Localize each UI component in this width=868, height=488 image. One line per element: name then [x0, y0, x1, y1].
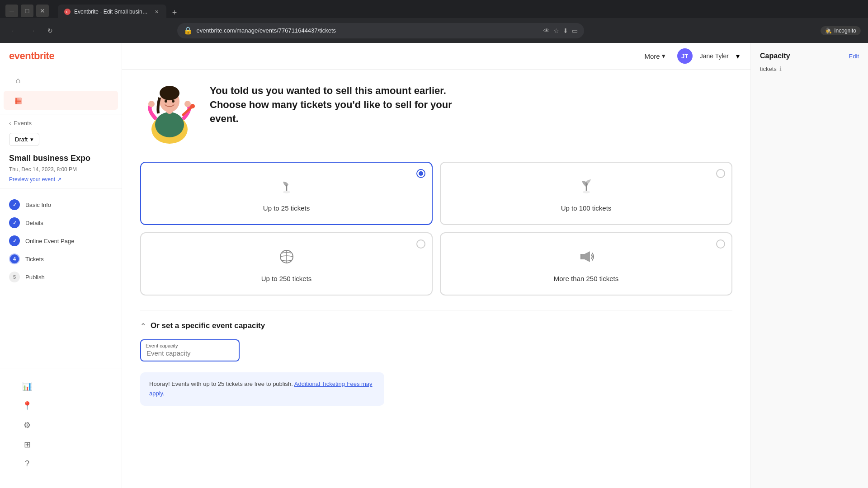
close-button[interactable]: ✕: [36, 5, 49, 17]
svg-point-11: [583, 191, 590, 193]
ticket-options-grid: Up to 25 tickets: [140, 162, 732, 296]
panel-title: Capacity: [760, 52, 790, 60]
sidebar-bottom: 📊 📍 ⚙ ⊞ ?: [0, 369, 122, 481]
reload-button[interactable]: ↻: [43, 24, 57, 38]
active-tab[interactable]: e Eventbrite - Edit Small busines... ✕: [58, 5, 166, 19]
sidebar-item-analytics[interactable]: 📊: [13, 377, 109, 396]
back-link[interactable]: ‹ Events: [9, 120, 113, 127]
svg-point-10: [283, 191, 290, 193]
browser-right-controls: 🕵 Incognito: [821, 26, 861, 35]
user-chevron-icon[interactable]: ▾: [736, 52, 740, 61]
app-layout: eventbrite ⌂ ▦ ‹ Events Draft ▾ Small bu…: [0, 43, 868, 488]
info-icon[interactable]: ℹ: [779, 66, 782, 72]
ticket-option-250plus[interactable]: More than 250 tickets: [440, 232, 732, 296]
window-controls[interactable]: ─ □ ✕: [5, 5, 49, 17]
sidebar-item-manage[interactable]: ▦: [4, 91, 118, 110]
radio-250[interactable]: [416, 239, 425, 249]
sidebar: eventbrite ⌂ ▦ ‹ Events Draft ▾ Small bu…: [0, 43, 122, 488]
browser-chrome: ─ □ ✕ e Eventbrite - Edit Small busines.…: [0, 0, 868, 43]
modal-text: You told us you wanted to sell this amou…: [210, 84, 454, 126]
ticket-label-250plus: More than 250 tickets: [554, 275, 618, 282]
svg-point-1: [155, 112, 184, 137]
content-wrapper: More ▾ JT Jane Tyler ▾: [122, 43, 750, 488]
back-button[interactable]: ←: [7, 24, 21, 38]
chevron-down-icon: ▾: [30, 136, 33, 143]
url-text: eventbrite.com/manage/events/77671164443…: [196, 27, 336, 34]
sidebar-item-help[interactable]: ?: [13, 455, 109, 473]
capacity-section-title: Or set a specific event capacity: [151, 321, 265, 330]
home-icon: ⌂: [13, 76, 24, 85]
sidebar-item-settings[interactable]: ⚙: [13, 416, 109, 435]
svg-point-2: [148, 101, 155, 107]
ticket-icon-250: [278, 248, 296, 269]
sidebar-item-location[interactable]: 📍: [13, 396, 109, 415]
new-tab-button[interactable]: +: [168, 6, 181, 19]
ticket-icon-250plus: [577, 248, 595, 269]
step-label-tickets: Tickets: [25, 256, 44, 263]
apps-icon: ⊞: [22, 440, 33, 450]
download-icon[interactable]: ⬇: [563, 27, 568, 34]
panel-tickets-item: tickets ℹ: [760, 66, 859, 72]
tab-favicon: e: [64, 9, 71, 15]
ticket-icon-25: [278, 177, 296, 199]
svg-point-8: [172, 100, 175, 103]
ticket-option-250[interactable]: Up to 250 tickets: [140, 232, 433, 296]
incognito-icon: 🕵: [825, 28, 832, 34]
top-nav: More ▾ JT Jane Tyler ▾: [122, 43, 750, 70]
address-bar-icons: 👁 ☆ ⬇ ▭: [543, 27, 578, 34]
chevron-up-icon: ⌃: [140, 322, 146, 330]
radio-250plus[interactable]: [716, 239, 725, 249]
person-illustration: [140, 84, 199, 147]
modal-heading: You told us you wanted to sell this amou…: [210, 84, 454, 126]
ticket-option-100[interactable]: Up to 100 tickets: [440, 162, 732, 225]
svg-point-9: [190, 104, 195, 108]
step-basic-info[interactable]: ✓ Basic Info: [9, 196, 113, 214]
edit-link[interactable]: Edit: [849, 53, 859, 60]
user-avatar[interactable]: JT: [677, 48, 693, 64]
chevron-down-icon: ▾: [662, 52, 665, 60]
more-button[interactable]: More ▾: [640, 49, 670, 63]
info-box: Hooray! Events with up to 25 tickets are…: [140, 372, 384, 406]
star-icon[interactable]: ☆: [553, 27, 559, 34]
right-panel: Capacity Edit tickets ℹ: [750, 43, 868, 488]
step-online-page[interactable]: ✓ Online Event Page: [9, 232, 113, 250]
browser-titlebar: ─ □ ✕ e Eventbrite - Edit Small busines.…: [0, 0, 868, 18]
ticket-label-100: Up to 100 tickets: [561, 204, 612, 212]
event-date: Thu, Dec 14, 2023, 8:00 PM: [9, 166, 113, 173]
draft-button[interactable]: Draft ▾: [9, 133, 39, 146]
main-area: More ▾ JT Jane Tyler ▾: [122, 43, 868, 488]
help-icon: ?: [22, 459, 33, 469]
modal-header: You told us you wanted to sell this amou…: [140, 84, 732, 147]
radio-100[interactable]: [716, 169, 725, 178]
step-publish[interactable]: 5 Publish: [9, 268, 113, 286]
analytics-icon: 📊: [22, 381, 33, 391]
forward-button[interactable]: →: [25, 24, 39, 38]
tab-close-icon[interactable]: ✕: [153, 8, 160, 15]
svg-point-6: [160, 86, 179, 100]
sidebar-item-home[interactable]: ⌂: [4, 71, 118, 90]
step-tickets[interactable]: 4 Tickets: [9, 250, 113, 268]
event-title: Small business Expo: [9, 153, 113, 164]
minimize-button[interactable]: ─: [5, 5, 18, 17]
cast-icon[interactable]: ▭: [572, 27, 578, 34]
address-bar[interactable]: 🔒 eventbrite.com/manage/events/776711644…: [177, 23, 584, 38]
capacity-input-wrapper: Event capacity: [140, 339, 240, 361]
ticket-option-25[interactable]: Up to 25 tickets: [140, 162, 433, 225]
radio-25[interactable]: [416, 169, 425, 178]
preview-link[interactable]: Preview your event ↗: [9, 176, 113, 183]
address-bar-row: ← → ↻ 🔒 eventbrite.com/manage/events/776…: [0, 18, 868, 43]
capacity-input-label: Event capacity: [146, 343, 178, 348]
step-details[interactable]: ✓ Details: [9, 214, 113, 232]
user-name[interactable]: Jane Tyler: [700, 52, 729, 60]
maximize-button[interactable]: □: [21, 5, 33, 17]
logo-text: eventbrite: [9, 50, 54, 61]
sidebar-logo: eventbrite: [0, 50, 122, 71]
step-label-online-page: Online Event Page: [25, 238, 74, 244]
step-icon-tickets: 4: [9, 253, 20, 264]
sidebar-item-apps[interactable]: ⊞: [13, 435, 109, 454]
modal-content: You told us you wanted to sell this amou…: [122, 70, 750, 488]
info-text: Hooray! Events with up to 25 tickets are…: [149, 380, 293, 387]
tab-bar: e Eventbrite - Edit Small busines... ✕ +: [52, 3, 186, 19]
capacity-toggle[interactable]: ⌃ Or set a specific event capacity: [140, 321, 732, 330]
settings-icon: ⚙: [22, 420, 33, 430]
